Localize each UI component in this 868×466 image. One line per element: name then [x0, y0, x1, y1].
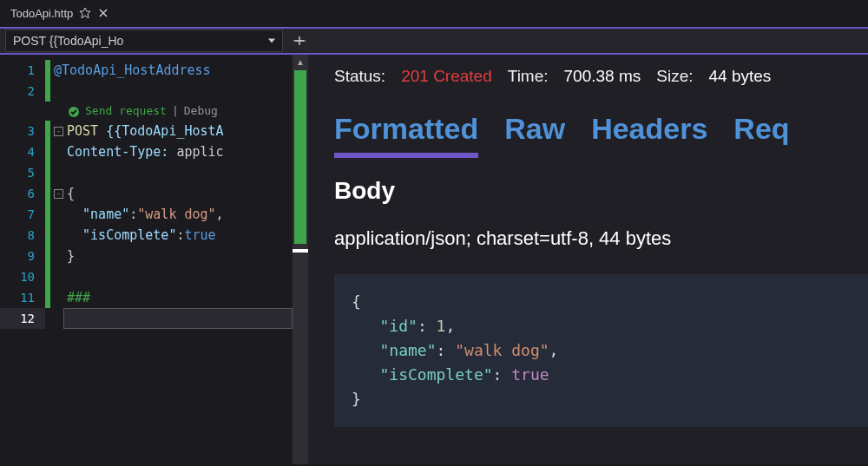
response-view-tabs: Formatted Raw Headers Req: [334, 112, 868, 158]
json-number: 1: [437, 317, 446, 335]
pin-icon[interactable]: [80, 8, 91, 19]
line-number: 4: [0, 141, 45, 162]
line-number-gutter: 1 2 3 4 5 6 7 8 9 10 11 12: [0, 55, 45, 464]
status-label: Status:: [334, 67, 385, 86]
line-number: 1: [0, 60, 45, 81]
line-number: 3: [0, 121, 45, 141]
close-icon[interactable]: [98, 8, 109, 19]
code-text: {: [67, 186, 75, 201]
fold-marker[interactable]: -: [54, 189, 63, 199]
request-address-combo[interactable]: POST {{TodoApi_Ho: [5, 30, 283, 52]
request-address-text: POST {{TodoApi_Ho: [13, 34, 123, 48]
tab-formatted[interactable]: Formatted: [334, 112, 478, 158]
json-brace: {: [352, 292, 361, 311]
code-text: "name": [67, 207, 129, 222]
json-key: "name": [380, 341, 437, 359]
code-text: POST: [67, 123, 98, 139]
tab-headers[interactable]: Headers: [591, 112, 707, 158]
tab-todoapi[interactable]: TodoApi.http: [0, 0, 116, 27]
code-text: applic: [168, 144, 223, 160]
codelens-separator: |: [172, 102, 179, 121]
code-editor[interactable]: @TodoApi_HostAddress Send request | Debu…: [50, 55, 293, 464]
code-text: @TodoApi_HostAddress: [54, 62, 211, 78]
size-value: 44 bytes: [709, 67, 772, 86]
fold-marker[interactable]: -: [54, 127, 63, 136]
json-string: "walk dog": [455, 341, 549, 359]
code-text: {{TodoApi_HostA: [98, 123, 224, 139]
body-heading: Body: [334, 177, 868, 205]
code-text: true: [184, 227, 215, 243]
code-text: ###: [67, 290, 90, 305]
toolbar-left: POST {{TodoApi_Ho: [0, 30, 311, 52]
request-toolbar: POST {{TodoApi_Ho: [0, 29, 868, 55]
tab-title: TodoApi.http: [10, 7, 73, 20]
json-bool: true: [511, 365, 549, 384]
add-request-button[interactable]: [288, 30, 311, 52]
json-brace: }: [352, 390, 361, 408]
editor-pane: 1 2 3 4 5 6 7 8 9 10 11 12 @TodoApi_Host…: [0, 55, 308, 464]
response-json-block[interactable]: { "id": 1, "name": "walk dog", "isComple…: [334, 274, 868, 427]
line-number: 5: [0, 162, 45, 183]
status-value: 201 Created: [401, 67, 492, 86]
debug-link[interactable]: Debug: [184, 102, 218, 121]
chevron-down-icon: [268, 39, 275, 43]
json-key: "isComplete": [380, 365, 493, 384]
body-meta: application/json; charset=utf-8, 44 byte…: [334, 227, 868, 250]
time-value: 700.38 ms: [564, 67, 641, 86]
time-label: Time:: [508, 67, 549, 86]
code-text: :: [129, 207, 137, 222]
code-text: "isComplete": [67, 227, 176, 243]
tab-request[interactable]: Req: [733, 112, 789, 158]
line-number: 7: [0, 204, 45, 225]
code-text: "walk dog": [137, 207, 215, 222]
line-number: 2: [0, 81, 45, 102]
tab-strip: TodoApi.http: [0, 0, 868, 29]
response-pane: Status: 201 Created Time: 700.38 ms Size…: [308, 55, 868, 464]
codelens: Send request | Debug: [50, 102, 293, 121]
line-number: 6: [0, 183, 45, 204]
line-number: 9: [0, 246, 45, 266]
scroll-up-icon[interactable]: ▲: [293, 55, 308, 69]
status-row: Status: 201 Created Time: 700.38 ms Size…: [334, 67, 868, 86]
code-text: Content-Type:: [67, 144, 168, 160]
line-number: 11: [0, 287, 45, 308]
code-text: ,: [216, 207, 224, 222]
check-icon: [68, 105, 80, 117]
line-number: 8: [0, 225, 45, 246]
json-key: "id": [380, 317, 418, 335]
line-number: 10: [0, 266, 45, 287]
tab-raw[interactable]: Raw: [504, 112, 565, 158]
send-request-link[interactable]: Send request: [85, 102, 167, 121]
size-label: Size:: [656, 67, 693, 86]
line-number: 12: [0, 308, 45, 329]
vertical-scrollbar[interactable]: ▲: [293, 55, 308, 464]
code-text: }: [67, 248, 75, 264]
split-container: 1 2 3 4 5 6 7 8 9 10 11 12 @TodoApi_Host…: [0, 55, 868, 464]
